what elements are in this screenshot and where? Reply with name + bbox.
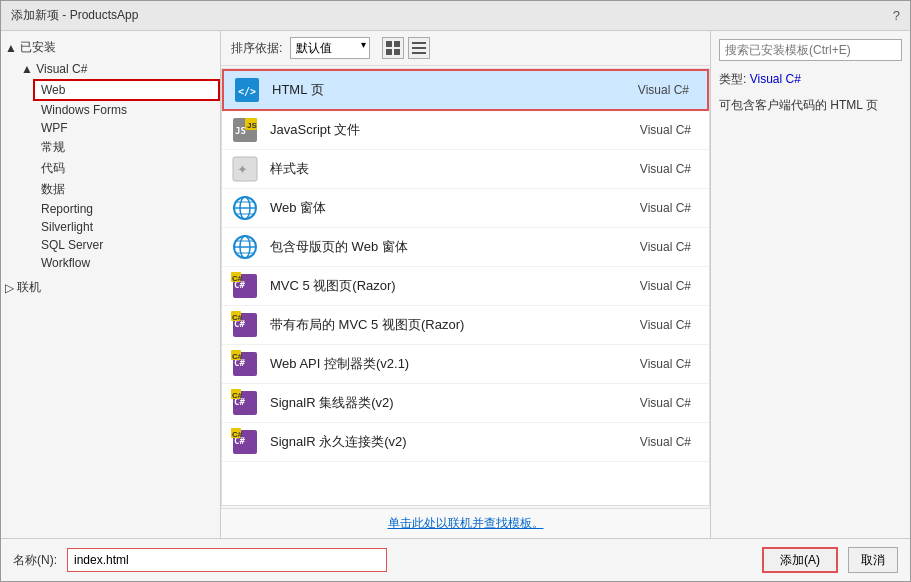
dialog: 添加新项 - ProductsApp ? ▲ 已安装 ▲ Visual C# W… bbox=[0, 0, 911, 582]
tree-item-web[interactable]: Web bbox=[33, 79, 220, 101]
svg-text:C#: C# bbox=[232, 274, 243, 283]
svg-text:C#: C# bbox=[232, 313, 243, 322]
item-name-js: JavaScript 文件 bbox=[270, 121, 640, 139]
item-row-css[interactable]: ✦ 样式表 Visual C# bbox=[222, 150, 709, 189]
online-section[interactable]: ▷ 联机 bbox=[1, 276, 220, 299]
item-row-webform-master[interactable]: 包含母版页的 Web 窗体 Visual C# bbox=[222, 228, 709, 267]
item-name-signalr-hub: SignalR 集线器类(v2) bbox=[270, 394, 640, 412]
left-panel: ▲ 已安装 ▲ Visual C# Web Windows Forms WPF … bbox=[1, 31, 221, 538]
item-row-mvc5-layout[interactable]: C# C# 带有布局的 MVC 5 视图页(Razor) Visual C# bbox=[222, 306, 709, 345]
item-icon-js: JS JS bbox=[230, 116, 260, 144]
dialog-title: 添加新项 - ProductsApp bbox=[11, 7, 138, 24]
svg-rect-3 bbox=[394, 49, 400, 55]
visual-cs-section[interactable]: ▲ Visual C# bbox=[17, 59, 220, 79]
mvc5-layout-icon: C# C# bbox=[231, 311, 259, 339]
html-icon: </> bbox=[233, 76, 261, 104]
installed-section[interactable]: ▲ 已安装 bbox=[1, 36, 220, 59]
item-row-js[interactable]: JS JS JavaScript 文件 Visual C# bbox=[222, 111, 709, 150]
item-name-webapi: Web API 控制器类(v2.1) bbox=[270, 355, 640, 373]
description: 可包含客户端代码的 HTML 页 bbox=[719, 95, 902, 115]
item-category-signalr-hub: Visual C# bbox=[640, 396, 691, 410]
bottom-panel: 名称(N): 添加(A) 取消 bbox=[1, 538, 910, 581]
item-category-mvc5-layout: Visual C# bbox=[640, 318, 691, 332]
item-row-mvc5[interactable]: C# C# MVC 5 视图页(Razor) Visual C# bbox=[222, 267, 709, 306]
svg-text:JS: JS bbox=[247, 121, 257, 130]
item-icon-signalr-persist: C# C# bbox=[230, 428, 260, 456]
view-grid-button[interactable] bbox=[382, 37, 404, 59]
middle-panel: 排序依据: 默认值 名称 类型 bbox=[221, 31, 710, 538]
signalr-persist-icon: C# C# bbox=[231, 428, 259, 456]
type-row: 类型: Visual C# bbox=[719, 69, 902, 89]
item-icon-signalr-hub: C# C# bbox=[230, 389, 260, 417]
view-icons bbox=[382, 37, 430, 59]
name-label: 名称(N): bbox=[13, 552, 57, 569]
item-category-webapi: Visual C# bbox=[640, 357, 691, 371]
svg-rect-4 bbox=[412, 42, 426, 44]
item-name-signalr-persist: SignalR 永久连接类(v2) bbox=[270, 433, 640, 451]
webapi-icon: C# C# bbox=[231, 350, 259, 378]
view-list-button[interactable] bbox=[408, 37, 430, 59]
item-name-webform: Web 窗体 bbox=[270, 199, 640, 217]
list-icon bbox=[412, 41, 426, 55]
tree-item-silverlight[interactable]: Silverlight bbox=[33, 218, 220, 236]
tree-item-reporting[interactable]: Reporting bbox=[33, 200, 220, 218]
item-category-html: Visual C# bbox=[638, 83, 689, 97]
tree-item-data[interactable]: 数据 bbox=[33, 179, 220, 200]
sort-select-wrapper[interactable]: 默认值 名称 类型 bbox=[290, 37, 370, 59]
item-row-webform[interactable]: Web 窗体 Visual C# bbox=[222, 189, 709, 228]
mvc5-icon: C# C# bbox=[231, 272, 259, 300]
tree-item-normal[interactable]: 常规 bbox=[33, 137, 220, 158]
svg-rect-1 bbox=[394, 41, 400, 47]
svg-rect-5 bbox=[412, 47, 426, 49]
tree-item-windows-forms[interactable]: Windows Forms bbox=[33, 101, 220, 119]
svg-rect-2 bbox=[386, 49, 392, 55]
sort-label: 排序依据: bbox=[231, 40, 282, 57]
installed-arrow: ▲ bbox=[5, 41, 17, 55]
item-category-webform: Visual C# bbox=[640, 201, 691, 215]
main-content: ▲ 已安装 ▲ Visual C# Web Windows Forms WPF … bbox=[1, 31, 910, 538]
webform-master-icon bbox=[231, 233, 259, 261]
item-icon-webform bbox=[230, 194, 260, 222]
signalr-hub-icon: C# C# bbox=[231, 389, 259, 417]
item-name-css: 样式表 bbox=[270, 160, 640, 178]
webform-icon bbox=[231, 194, 259, 222]
visual-cs-label: Visual C# bbox=[36, 62, 87, 76]
tree-item-workflow[interactable]: Workflow bbox=[33, 254, 220, 272]
item-name-webform-master: 包含母版页的 Web 窗体 bbox=[270, 238, 640, 256]
online-template-link[interactable]: 单击此处以联机并查找模板。 bbox=[388, 516, 544, 530]
name-input[interactable] bbox=[67, 548, 387, 572]
right-info: 类型: Visual C# 可包含客户端代码的 HTML 页 bbox=[719, 69, 902, 116]
svg-text:JS: JS bbox=[235, 126, 246, 136]
item-row-html[interactable]: </> HTML 页 Visual C# bbox=[222, 69, 709, 111]
online-arrow: ▷ bbox=[5, 281, 14, 295]
help-icon[interactable]: ? bbox=[893, 8, 900, 23]
add-button[interactable]: 添加(A) bbox=[762, 547, 838, 573]
tree-item-wpf[interactable]: WPF bbox=[33, 119, 220, 137]
visual-cs-children: Web Windows Forms WPF 常规 代码 数据 Reporting… bbox=[17, 79, 220, 272]
tree-item-code[interactable]: 代码 bbox=[33, 158, 220, 179]
item-name-mvc5-layout: 带有布局的 MVC 5 视图页(Razor) bbox=[270, 316, 640, 334]
svg-text:C#: C# bbox=[232, 352, 243, 361]
js-icon: JS JS bbox=[231, 116, 259, 144]
svg-rect-0 bbox=[386, 41, 392, 47]
item-icon-mvc5: C# C# bbox=[230, 272, 260, 300]
type-label: 类型: bbox=[719, 72, 746, 86]
item-row-webapi[interactable]: C# C# Web API 控制器类(v2.1) Visual C# bbox=[222, 345, 709, 384]
item-icon-css: ✦ bbox=[230, 155, 260, 183]
item-icon-webapi: C# C# bbox=[230, 350, 260, 378]
toolbar: 排序依据: 默认值 名称 类型 bbox=[221, 31, 710, 66]
svg-rect-6 bbox=[412, 52, 426, 54]
item-category-webform-master: Visual C# bbox=[640, 240, 691, 254]
cancel-button[interactable]: 取消 bbox=[848, 547, 898, 573]
item-category-signalr-persist: Visual C# bbox=[640, 435, 691, 449]
item-row-signalr-persist[interactable]: C# C# SignalR 永久连接类(v2) Visual C# bbox=[222, 423, 709, 462]
tree-item-sql-server[interactable]: SQL Server bbox=[33, 236, 220, 254]
installed-children: ▲ Visual C# Web Windows Forms WPF 常规 代码 … bbox=[1, 59, 220, 272]
css-icon: ✦ bbox=[231, 155, 259, 183]
item-row-signalr-hub[interactable]: C# C# SignalR 集线器类(v2) Visual C# bbox=[222, 384, 709, 423]
search-input[interactable] bbox=[719, 39, 902, 61]
sort-select[interactable]: 默认值 名称 类型 bbox=[290, 37, 370, 59]
right-panel: 类型: Visual C# 可包含客户端代码的 HTML 页 bbox=[710, 31, 910, 538]
grid-icon bbox=[386, 41, 400, 55]
svg-text:✦: ✦ bbox=[237, 162, 248, 177]
